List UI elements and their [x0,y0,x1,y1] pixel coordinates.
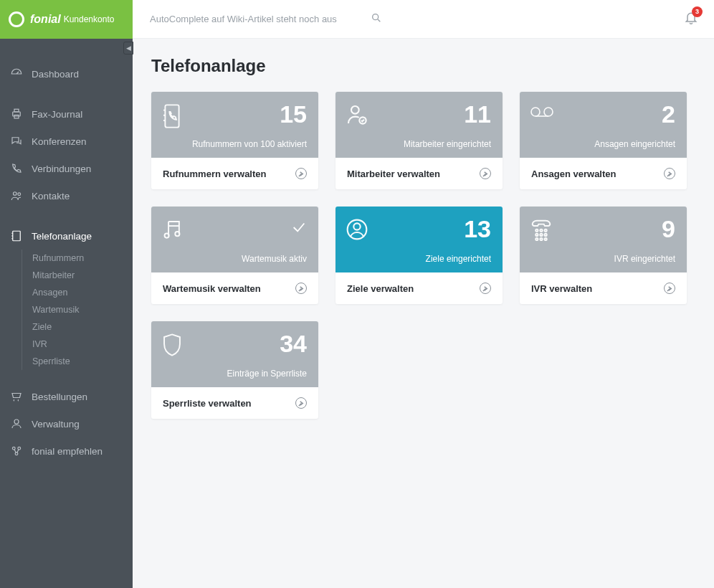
svg-point-15 [544,108,553,116]
nav-verwaltung[interactable]: Verwaltung [0,410,133,437]
card-header: 15 Rufnummern von 100 aktiviert [151,92,318,158]
svg-point-26 [536,238,538,240]
svg-point-28 [545,238,547,240]
subnav-ivr[interactable]: IVR [22,336,133,353]
dialpad-icon [530,218,553,241]
card-mitarbeiter: 11 Mitarbeiter eingerichtet Mitarbeiter … [335,92,503,189]
svg-point-19 [353,223,360,229]
nav-fax[interactable]: Fax-Journal [0,100,133,128]
search-icon [371,12,382,27]
card-header: 2 Ansagen eingerichtet [520,92,687,158]
subnav-wartemusik[interactable]: Wartemusik [22,301,133,318]
search-input[interactable] [148,9,385,29]
nav-label: Telefonanlage [32,231,92,242]
svg-point-25 [545,234,547,236]
card-action-mitarbeiter[interactable]: Mitarbeiter verwalten [335,158,503,189]
nav-empfehlen[interactable]: fonial empfehlen [0,437,133,465]
card-subtitle: Mitarbeiter eingerichtet [404,139,491,149]
subnav-ansagen[interactable]: Ansagen [22,284,133,301]
svg-point-4 [18,193,21,196]
gauge-icon [10,67,24,81]
card-action-ziele[interactable]: Ziele verwalten [335,272,503,304]
card-subtitle: Wartemusik aktiv [242,254,307,264]
arrow-icon [295,168,307,179]
card-action-label: Ansagen verwalten [531,169,617,179]
nav-kontakte[interactable]: Kontakte [0,182,133,209]
card-subtitle: IVR eingerichtet [614,254,675,264]
phonebook-icon [10,229,24,243]
svg-point-21 [540,229,542,232]
content: Telefonanlage 15 Rufnummern von 100 akti… [133,39,714,436]
nav-label: Verbindungen [32,163,91,174]
subnav-sperrliste[interactable]: Sperrliste [22,353,133,370]
svg-point-24 [540,234,542,236]
arrow-icon [295,283,307,294]
svg-point-22 [545,229,547,232]
voicemail-icon [530,103,554,120]
card-subtitle: Ziele eingerichtet [426,254,491,264]
app-root: fonial Kundenkonto ◀ Dashboard Fax-Journ… [0,0,714,588]
svg-point-3 [14,192,17,196]
subnav-telefonanlage: Rufnummern Mitarbeiter Ansagen Wartemusi… [0,250,133,370]
nav-label: Verwaltung [32,419,80,430]
card-action-label: Mitarbeiter verwalten [347,169,440,179]
page-title: Telefonanlage [151,56,695,76]
card-action-wartemusik[interactable]: Wartemusik verwalten [151,272,318,304]
card-ziele: 13 Ziele eingerichtet Ziele verwalten [335,207,503,304]
card-sperrliste: 34 Einträge in Sperrliste Sperrliste ver… [151,321,318,419]
svg-rect-0 [13,112,21,116]
subnav-rufnummern[interactable]: Rufnummern [22,250,133,267]
nav-label: Bestellungen [32,392,87,402]
nav-telefonanlage[interactable]: Telefonanlage [0,222,133,250]
admin-icon [10,417,24,431]
card-action-ansagen[interactable]: Ansagen verwalten [520,158,687,189]
nav-konferenzen[interactable]: Konferenzen [0,128,133,155]
arrow-icon [664,168,675,179]
nav-verbindungen[interactable]: Verbindungen [0,155,133,182]
card-action-rufnummern[interactable]: Rufnummern verwalten [151,158,318,189]
arrow-icon [295,397,307,409]
card-action-label: Sperrliste verwalten [163,398,252,409]
svg-point-12 [351,106,359,114]
topbar: 3 [133,0,714,39]
card-action-label: Ziele verwalten [347,283,414,294]
card-header: 34 Einträge in Sperrliste [151,321,318,387]
printer-icon [10,107,24,121]
svg-point-20 [536,229,538,232]
nav-dashboard[interactable]: Dashboard [0,60,133,87]
brand-header: fonial Kundenkonto [0,0,133,39]
music-icon [161,218,183,241]
svg-rect-1 [14,109,19,112]
card-grid: 15 Rufnummern von 100 aktiviert Rufnumme… [151,92,695,419]
card-action-label: Wartemusik verwalten [163,283,261,294]
card-header: Wartemusik aktiv [151,207,318,272]
card-header: 13 Ziele eingerichtet [335,207,503,272]
sidebar-nav: Dashboard Fax-Journal Konferenzen Verbin… [0,39,133,472]
card-value: 9 [662,215,675,243]
nav-bestellungen[interactable]: Bestellungen [0,383,133,410]
users-icon [10,189,24,203]
subnav-ziele[interactable]: Ziele [22,318,133,336]
card-action-label: IVR verwalten [531,283,592,294]
card-value: 13 [464,215,491,243]
card-action-sperrliste[interactable]: Sperrliste verwalten [151,387,318,419]
card-action-ivr[interactable]: IVR verwalten [520,272,687,304]
card-subtitle: Rufnummern von 100 aktiviert [192,139,307,149]
brand-subtitle: Kundenkonto [64,14,115,24]
card-rufnummern: 15 Rufnummern von 100 aktiviert Rufnumme… [151,92,318,189]
phonebook-icon [161,103,183,129]
svg-point-16 [165,234,169,238]
card-value: 2 [662,100,675,128]
svg-rect-5 [13,231,21,241]
subnav-mitarbeiter[interactable]: Mitarbeiter [22,267,133,284]
nav-label: Dashboard [32,69,79,80]
svg-point-6 [14,419,19,424]
svg-point-14 [531,108,540,116]
notifications-button[interactable]: 3 [684,11,698,28]
card-subtitle: Einträge in Sperrliste [227,369,307,379]
sidebar-collapse-button[interactable]: ◀ [123,42,133,54]
share-icon [10,444,24,458]
svg-point-27 [540,238,542,240]
nav-label: Konferenzen [32,136,87,147]
svg-point-10 [373,14,379,20]
